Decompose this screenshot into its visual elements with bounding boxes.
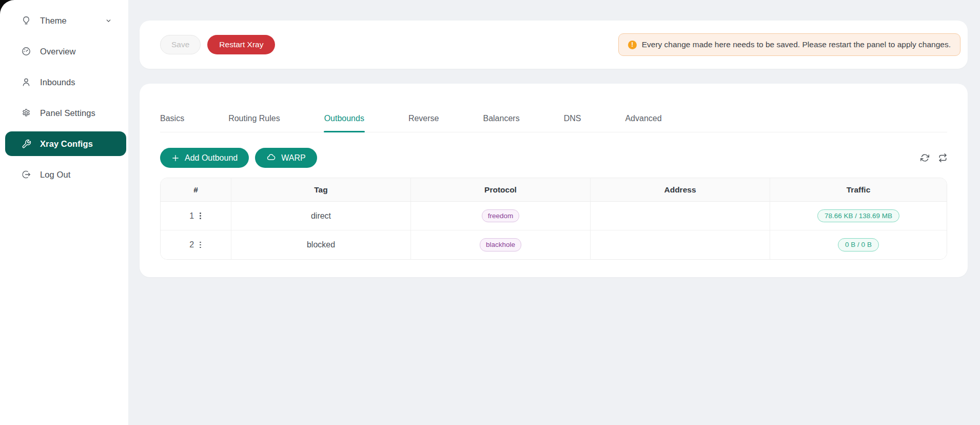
tab-routing-rules[interactable]: Routing Rules bbox=[228, 112, 280, 125]
sidebar-item-theme[interactable]: Theme bbox=[5, 8, 126, 33]
sidebar-item-label: Theme bbox=[40, 16, 67, 26]
table-tools bbox=[920, 153, 947, 162]
tab-dns[interactable]: DNS bbox=[564, 112, 581, 125]
restart-xray-button[interactable]: Restart Xray bbox=[207, 35, 275, 54]
address-cell bbox=[591, 202, 770, 230]
table-header-row: # Tag Protocol Address Traffic bbox=[161, 178, 947, 202]
toolbar-card: Save Restart Xray ! Every change made he… bbox=[140, 21, 968, 69]
tag-cell: direct bbox=[231, 202, 411, 230]
gear-icon bbox=[21, 108, 31, 118]
col-header-traffic: Traffic bbox=[770, 178, 947, 202]
col-header-protocol: Protocol bbox=[411, 178, 591, 202]
chevron-down-icon bbox=[105, 17, 112, 24]
col-header-tag: Tag bbox=[231, 178, 411, 202]
tag-cell: blocked bbox=[231, 230, 411, 259]
main-content: Save Restart Xray ! Every change made he… bbox=[128, 0, 980, 425]
sidebar-item-label: Overview bbox=[40, 47, 76, 56]
sidebar-item-xray-configs[interactable]: Xray Configs bbox=[5, 131, 126, 156]
bulb-icon bbox=[21, 15, 31, 26]
sidebar-item-label: Log Out bbox=[40, 170, 70, 180]
traffic-badge: 78.66 KB / 138.69 MB bbox=[817, 209, 899, 223]
row-number: 1 bbox=[189, 211, 194, 221]
wrench-icon bbox=[21, 139, 31, 149]
logout-icon bbox=[21, 169, 31, 180]
add-outbound-button[interactable]: Add Outbound bbox=[160, 148, 249, 168]
protocol-badge: freedom bbox=[482, 209, 520, 223]
col-header-address: Address bbox=[591, 178, 770, 202]
sidebar-item-label: Inbounds bbox=[40, 78, 75, 87]
warning-icon: ! bbox=[628, 41, 637, 49]
sidebar-item-inbounds[interactable]: Inbounds bbox=[5, 70, 126, 94]
dashboard-icon bbox=[21, 46, 31, 56]
repeat-icon[interactable] bbox=[938, 153, 947, 162]
plus-icon bbox=[171, 154, 180, 162]
xray-config-card: Basics Routing Rules Outbounds Reverse B… bbox=[140, 84, 968, 277]
row-number: 2 bbox=[189, 240, 194, 249]
table-row: 2 blocked blackhole 0 B / 0 B bbox=[161, 230, 947, 259]
table-row: 1 direct freedom 78.66 KB / 138.69 MB bbox=[161, 202, 947, 230]
tab-reverse[interactable]: Reverse bbox=[408, 112, 439, 125]
traffic-badge: 0 B / 0 B bbox=[838, 238, 879, 252]
alert-text: Every change made here needs to be saved… bbox=[642, 40, 951, 49]
user-icon bbox=[21, 77, 31, 87]
tab-balancers[interactable]: Balancers bbox=[483, 112, 519, 125]
address-cell bbox=[591, 230, 770, 259]
col-header-index: # bbox=[161, 178, 231, 202]
toolbar-buttons: Save Restart Xray bbox=[160, 35, 275, 54]
row-menu-dots-icon[interactable] bbox=[199, 241, 202, 249]
refresh-icon[interactable] bbox=[920, 153, 929, 162]
save-button[interactable]: Save bbox=[160, 35, 201, 54]
sidebar-item-label: Xray Configs bbox=[40, 139, 93, 149]
add-outbound-label: Add Outbound bbox=[185, 153, 238, 163]
config-tabs: Basics Routing Rules Outbounds Reverse B… bbox=[160, 84, 947, 132]
outbound-actions-row: Add Outbound WARP bbox=[160, 148, 947, 168]
warp-button[interactable]: WARP bbox=[255, 148, 317, 168]
sidebar: Theme Overview Inbounds bbox=[0, 0, 128, 425]
warp-label: WARP bbox=[281, 153, 305, 163]
sidebar-item-log-out[interactable]: Log Out bbox=[5, 162, 126, 187]
cloud-icon bbox=[266, 153, 276, 163]
protocol-badge: blackhole bbox=[480, 238, 521, 252]
tab-advanced[interactable]: Advanced bbox=[625, 112, 661, 125]
tab-outbounds[interactable]: Outbounds bbox=[324, 112, 364, 125]
outbounds-table: # Tag Protocol Address Traffic 1 direct bbox=[160, 178, 947, 260]
sidebar-item-panel-settings[interactable]: Panel Settings bbox=[5, 101, 126, 125]
tab-basics[interactable]: Basics bbox=[160, 112, 184, 125]
restart-warning-alert: ! Every change made here needs to be sav… bbox=[618, 33, 961, 56]
sidebar-item-overview[interactable]: Overview bbox=[5, 39, 126, 64]
sidebar-item-label: Panel Settings bbox=[40, 108, 95, 118]
row-menu-dots-icon[interactable] bbox=[199, 211, 202, 220]
